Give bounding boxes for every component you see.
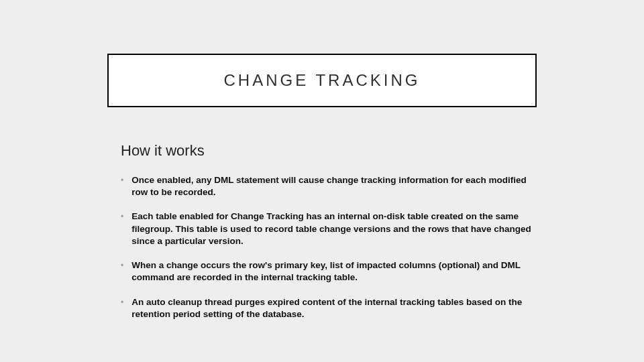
- bullet-icon: •: [121, 176, 123, 184]
- list-item: • Once enabled, any DML statement will c…: [121, 174, 537, 198]
- list-item: • When a change occurs the row's primary…: [121, 259, 537, 284]
- slide: CHANGE TRACKING How it works • Once enab…: [0, 0, 644, 362]
- bullet-icon: •: [121, 261, 123, 269]
- slide-subtitle: How it works: [121, 142, 205, 160]
- bullet-text: Once enabled, any DML statement will cau…: [131, 174, 537, 198]
- bullet-icon: •: [121, 298, 123, 306]
- bullet-list: • Once enabled, any DML statement will c…: [121, 174, 537, 333]
- bullet-text: Each table enabled for Change Tracking h…: [131, 210, 537, 247]
- bullet-icon: •: [121, 213, 123, 221]
- list-item: • An auto cleanup thread purges expired …: [121, 296, 537, 320]
- slide-title: CHANGE TRACKING: [224, 71, 421, 90]
- list-item: • Each table enabled for Change Tracking…: [121, 210, 537, 247]
- bullet-text: An auto cleanup thread purges expired co…: [131, 296, 537, 320]
- title-box: CHANGE TRACKING: [107, 54, 537, 107]
- bullet-text: When a change occurs the row's primary k…: [131, 259, 537, 284]
